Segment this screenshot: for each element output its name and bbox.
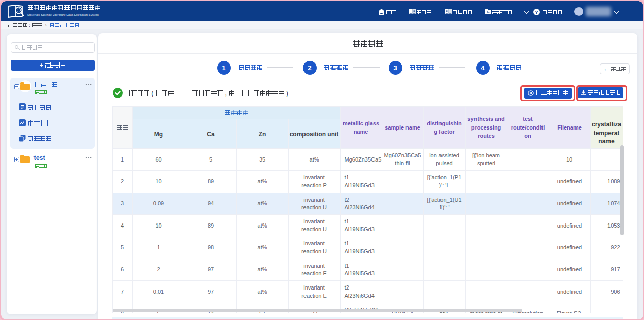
svg-text:?: ? bbox=[535, 9, 538, 14]
